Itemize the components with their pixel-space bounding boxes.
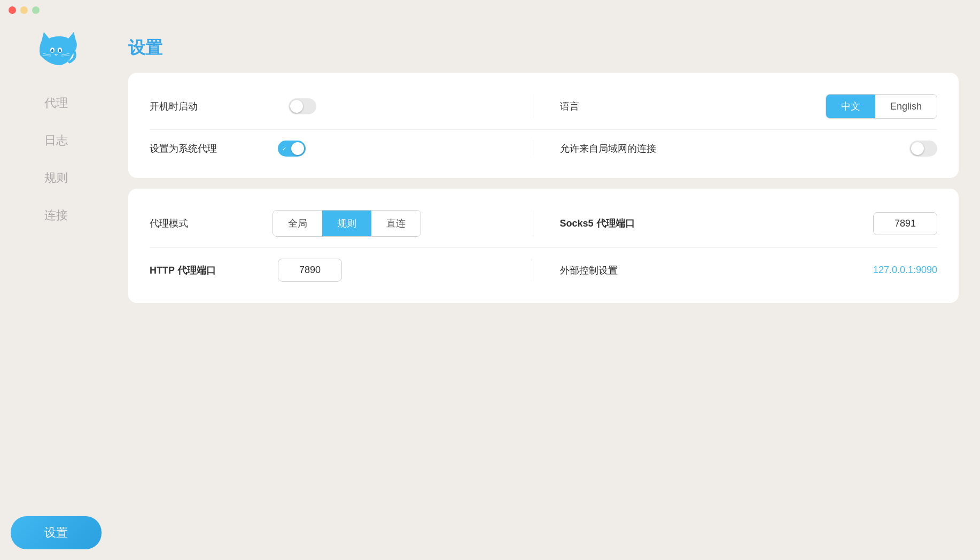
system-proxy-label: 设置为系统代理 [150,142,256,155]
svg-point-2 [51,49,53,52]
lang-english-button[interactable]: English [875,95,937,118]
app-logo [32,26,80,74]
mode-socks5-row: 代理模式 全局 规则 直连 Socks5 代理端口 [150,205,937,242]
lang-chinese-button[interactable]: 中文 [826,95,875,118]
lan-label: 允许来自局域网的连接 [560,142,667,155]
ext-control-link[interactable]: 127.0.0.1:9090 [873,265,937,276]
startup-toggle[interactable] [289,98,316,114]
language-toggle: 中文 English [826,94,937,119]
lan-toggle[interactable] [909,141,937,157]
sidebar-item-log[interactable]: 日志 [0,122,112,159]
minimize-button[interactable] [20,6,28,14]
mode-global-button[interactable]: 全局 [273,211,322,236]
sidebar-item-proxy[interactable]: 代理 [0,84,112,122]
svg-point-3 [59,49,61,52]
sidebar-item-connections[interactable]: 连接 [0,197,112,234]
proxy-mode-label: 代理模式 [150,217,256,230]
system-proxy-toggle[interactable]: ✓ [278,141,306,157]
page-title: 设置 [128,36,959,60]
close-button[interactable] [9,6,16,14]
language-label: 语言 [560,100,667,113]
startup-toggle-track [289,98,316,114]
proxy-settings-card: 代理模式 全局 规则 直连 Socks5 代理端口 [128,189,959,303]
startup-toggle-thumb [290,100,303,113]
http-label: HTTP 代理端口 [150,264,256,277]
cat-icon [32,26,80,74]
mode-direct-button[interactable]: 直连 [371,211,421,236]
settings-nav-button[interactable]: 设置 [11,516,102,549]
lan-toggle-track [909,141,937,157]
ext-control-label: 外部控制设置 [560,264,667,277]
maximize-button[interactable] [32,6,40,14]
startup-label: 开机时启动 [150,100,256,113]
http-port-input[interactable] [278,259,342,282]
lan-toggle-thumb [911,142,924,155]
system-proxy-toggle-thumb [291,142,304,155]
app-container: 代理 日志 规则 连接 设置 设置 开机时启动 [0,20,980,560]
socks5-port-input[interactable] [873,212,937,235]
sidebar-item-rules[interactable]: 规则 [0,159,112,197]
general-settings-card: 开机时启动 语言 [128,73,959,178]
system-proxy-toggle-track: ✓ [278,141,306,157]
main-content: 设置 开机时启动 [112,20,980,560]
sidebar: 代理 日志 规则 连接 设置 [0,20,112,560]
toggle-checkmark: ✓ [282,146,286,152]
sidebar-nav: 代理 日志 规则 连接 [0,84,112,516]
startup-language-row: 开机时启动 语言 [150,89,937,124]
proxy-lan-row: 设置为系统代理 ✓ 允许来自局域网的连接 [150,129,937,162]
proxy-mode-toggle: 全局 规则 直连 [273,210,421,237]
http-extcontrol-row: HTTP 代理端口 外部控制设置 127.0.0.1:9090 [150,247,937,287]
titlebar [0,0,980,20]
socks5-label: Socks5 代理端口 [560,217,667,230]
mode-rules-button[interactable]: 规则 [322,211,371,236]
